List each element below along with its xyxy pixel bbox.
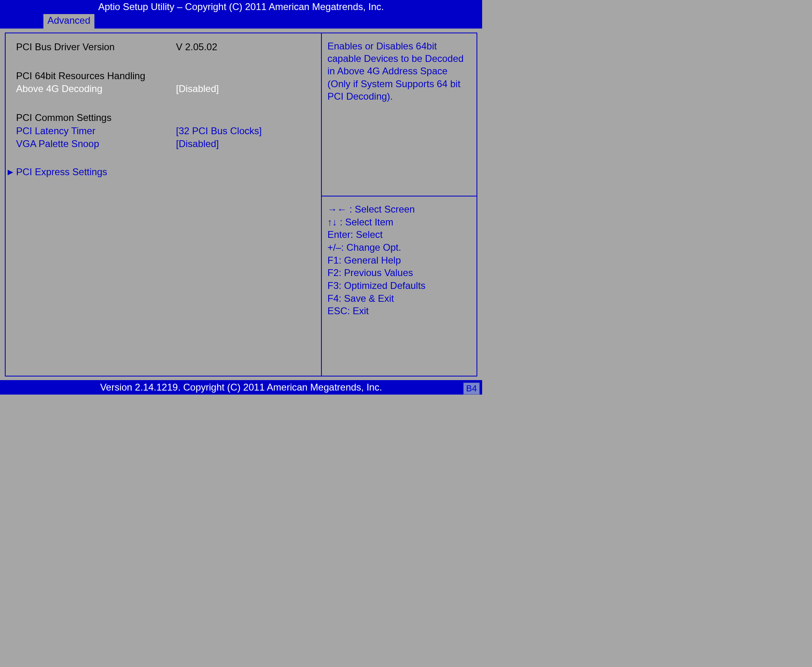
key-esc: ESC: Exit — [327, 305, 472, 317]
above-4g-label: Above 4G Decoding — [16, 82, 176, 95]
key-f2: F2: Previous Values — [327, 266, 472, 279]
key-f4: F4: Save & Exit — [327, 292, 472, 305]
pci-latency-timer-option[interactable]: PCI Latency Timer [32 PCI Bus Clocks] — [6, 125, 321, 137]
header-title: Aptio Setup Utility – Copyright (C) 2011… — [0, 0, 482, 14]
section-common-heading: PCI Common Settings — [16, 111, 176, 124]
key-f3: F3: Optimized Defaults — [327, 279, 472, 292]
key-select-screen: →← : Select Screen — [327, 203, 472, 216]
key-enter: Enter: Select — [327, 228, 472, 241]
tab-advanced[interactable]: Advanced — [43, 14, 94, 29]
footer-bar: Version 2.14.1219. Copyright (C) 2011 Am… — [0, 380, 482, 395]
pci-express-settings-submenu[interactable]: ▶ PCI Express Settings — [6, 166, 321, 178]
main-area: PCI Bus Driver Version V 2.05.02 PCI 64b… — [0, 29, 482, 378]
key-change-opt: +/–: Change Opt. — [327, 241, 472, 254]
vga-label: VGA Palette Snoop — [16, 137, 176, 150]
section-64bit-heading: PCI 64bit Resources Handling — [16, 70, 176, 82]
tab-row: Advanced — [0, 14, 482, 29]
footer-badge: B4 — [463, 383, 480, 395]
settings-panel: PCI Bus Driver Version V 2.05.02 PCI 64b… — [5, 33, 321, 376]
submenu-arrow-icon: ▶ — [8, 168, 13, 176]
above-4g-decoding-option[interactable]: Above 4G Decoding [Disabled] — [6, 82, 321, 95]
key-legend: →← : Select Screen ↑↓ : Select Item Ente… — [321, 196, 477, 376]
help-text: Enables or Disables 64bit capable Device… — [321, 33, 477, 196]
vga-value: [Disabled] — [176, 137, 317, 150]
vga-palette-snoop-option[interactable]: VGA Palette Snoop [Disabled] — [6, 137, 321, 150]
key-select-item: ↑↓ : Select Item — [327, 216, 472, 229]
submenu-label: PCI Express Settings — [16, 166, 107, 177]
bus-driver-value: V 2.05.02 — [176, 41, 317, 53]
key-f1: F1: General Help — [327, 254, 472, 267]
footer-text: Version 2.14.1219. Copyright (C) 2011 Am… — [100, 382, 382, 393]
above-4g-value: [Disabled] — [176, 82, 317, 95]
latency-label: PCI Latency Timer — [16, 125, 176, 137]
latency-value: [32 PCI Bus Clocks] — [176, 125, 317, 137]
bus-driver-label: PCI Bus Driver Version — [16, 41, 176, 53]
